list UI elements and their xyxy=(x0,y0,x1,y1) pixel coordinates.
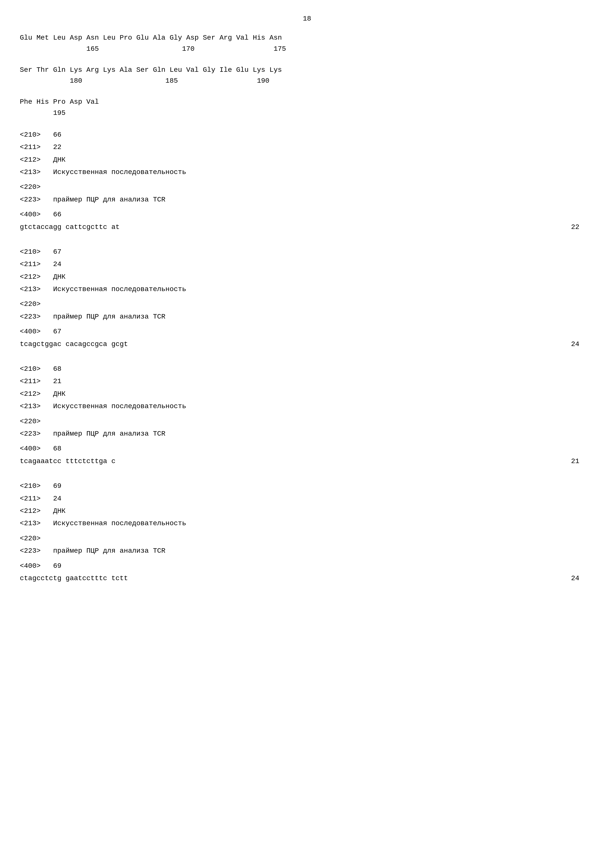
entry-67-sequence-line: tcagctggac cacagccgca gcgt 24 xyxy=(20,338,594,350)
entry-68-400-header: <400> 68 xyxy=(20,443,594,455)
entry-66-400-header: <400> 66 xyxy=(20,208,594,221)
amino-acid-section-2: Ser Thr Gln Lys Arg Lys Ala Ser Gln Leu … xyxy=(20,65,594,87)
entry-67-field-212: <212> ДНК xyxy=(20,271,594,283)
entry-67-400-header: <400> 67 xyxy=(20,326,594,338)
entry-69-field-211: <211> 24 xyxy=(20,493,594,505)
entry-69-field-212: <212> ДНК xyxy=(20,505,594,517)
entry-69-220: <220> xyxy=(20,532,594,545)
entry-69-sequence: ctagcctctg gaatcctttc tctt xyxy=(20,572,128,584)
entry-67-223: <223> праймер ПЦР для анализа TCR xyxy=(20,311,594,323)
amino-acid-section-3: Phe His Pro Asp Val 195 xyxy=(20,96,594,119)
entry-67-length: 24 xyxy=(571,338,594,350)
entry-66-field-211: <211> 22 xyxy=(20,141,594,153)
entry-66-sequence: gtctaccagg cattcgcttc at xyxy=(20,221,119,233)
entry-66-length: 22 xyxy=(571,221,594,233)
entry-69-field-210: <210> 69 xyxy=(20,480,594,492)
entry-block-66: <210> 66 <211> 22 <212> ДНК <213> Искусс… xyxy=(20,129,594,233)
entry-68-220: <220> xyxy=(20,415,594,428)
aa-line-1-seq: Glu Met Leu Asp Asn Leu Pro Glu Ala Gly … xyxy=(20,33,594,43)
entry-66-field-213: <213> Искусственная последовательность xyxy=(20,166,594,178)
page-number: 18 xyxy=(20,15,594,23)
entry-block-68: <210> 68 <211> 21 <212> ДНК <213> Искусс… xyxy=(20,363,594,468)
entry-67-field-211: <211> 24 xyxy=(20,258,594,271)
entry-69-400-header: <400> 69 xyxy=(20,560,594,572)
entry-67-220: <220> xyxy=(20,298,594,310)
aa-line-2-seq: Ser Thr Gln Lys Arg Lys Ala Ser Gln Leu … xyxy=(20,65,594,76)
entry-67-sequence: tcagctggac cacagccgca gcgt xyxy=(20,338,128,350)
entry-68-field-210: <210> 68 xyxy=(20,363,594,375)
entry-69-field-213: <213> Искусственная последовательность xyxy=(20,517,594,530)
aa-line-1-pos: 165 170 175 xyxy=(20,43,594,55)
entry-67-field-210: <210> 67 xyxy=(20,246,594,258)
entry-66-sequence-line: gtctaccagg cattcgcttc at 22 xyxy=(20,221,594,233)
entry-66-220: <220> xyxy=(20,181,594,193)
entry-66-field-212: <212> ДНК xyxy=(20,154,594,166)
entry-block-69: <210> 69 <211> 24 <212> ДНК <213> Искусс… xyxy=(20,480,594,584)
aa-line-3-pos: 195 xyxy=(20,108,594,119)
aa-line-2-pos: 180 185 190 xyxy=(20,76,594,87)
entry-block-67: <210> 67 <211> 24 <212> ДНК <213> Искусс… xyxy=(20,246,594,350)
amino-acid-section: Glu Met Leu Asp Asn Leu Pro Glu Ala Gly … xyxy=(20,33,594,55)
entry-68-field-213: <213> Искусственная последовательность xyxy=(20,400,594,412)
entry-68-sequence: tcagaaatcc tttctcttga c xyxy=(20,455,115,468)
entry-69-223: <223> праймер ПЦР для анализа TCR xyxy=(20,545,594,557)
entry-69-length: 24 xyxy=(571,572,594,584)
entry-68-field-212: <212> ДНК xyxy=(20,388,594,400)
entry-68-length: 21 xyxy=(571,455,594,468)
aa-line-3-seq: Phe His Pro Asp Val xyxy=(20,96,594,108)
entry-68-field-211: <211> 21 xyxy=(20,375,594,388)
entry-69-sequence-line: ctagcctctg gaatcctttc tctt 24 xyxy=(20,572,594,584)
entry-68-223: <223> праймер ПЦР для анализа TCR xyxy=(20,428,594,440)
entry-66-field-210: <210> 66 xyxy=(20,129,594,141)
entry-66-223: <223> праймер ПЦР для анализа TCR xyxy=(20,194,594,206)
entry-67-field-213: <213> Искусственная последовательность xyxy=(20,283,594,296)
entry-68-sequence-line: tcagaaatcc tttctcttga c 21 xyxy=(20,455,594,468)
